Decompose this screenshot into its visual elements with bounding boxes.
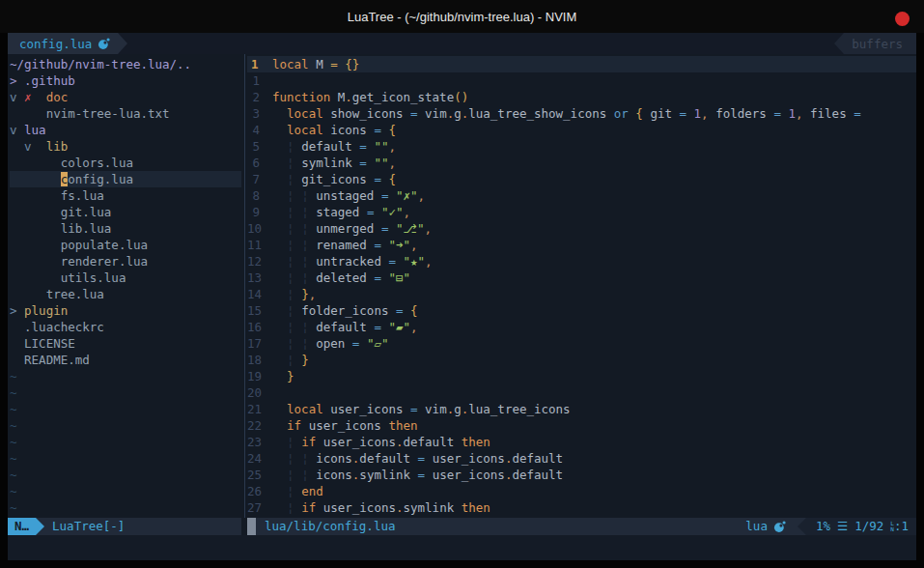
token: ¦ xyxy=(287,287,294,301)
token: ~ xyxy=(10,500,17,515)
line-number: 12 xyxy=(247,253,272,270)
tree-item-luacheckrc[interactable]: .luacheckrc xyxy=(10,319,241,335)
code-line[interactable]: 12 ¦ ¦ untracked = "★", xyxy=(247,253,916,270)
token: v xyxy=(10,123,24,137)
code-line[interactable]: 3 local show_icons = vim.g.lua_tree_show… xyxy=(247,105,916,122)
token xyxy=(10,270,61,285)
code-line[interactable]: 20 xyxy=(247,384,916,401)
token: ~ xyxy=(10,418,17,433)
code-line[interactable]: 18 ¦ } xyxy=(247,352,916,368)
code-line[interactable]: 6 ¦ symlink = "", xyxy=(247,155,916,171)
tree-item-colors-lua[interactable]: colors.lua xyxy=(10,155,241,171)
tree-item-doc[interactable]: v ✗ doc xyxy=(10,89,241,105)
token: default xyxy=(359,451,417,466)
code-line[interactable]: 2function M.get_icon_state() xyxy=(247,89,916,105)
window-title: LuaTree - (~/github/nvim-tree.lua) - NVI… xyxy=(348,10,577,24)
tree-root[interactable]: ~/github/nvim-tree.lua/.. xyxy=(10,56,241,72)
code-line[interactable]: 21 local user_icons = vim.g.lua_tree_ico… xyxy=(247,401,916,417)
line-number: 7 xyxy=(247,171,272,187)
line-number: 19 xyxy=(247,368,272,384)
token: , xyxy=(425,254,433,269)
token: default xyxy=(512,468,563,482)
empty-line-tilde: ~ xyxy=(10,483,241,499)
token: , xyxy=(410,238,418,252)
token xyxy=(294,287,302,301)
code-line[interactable]: 5 ¦ default = "", xyxy=(247,138,916,155)
buffers-chevron-icon xyxy=(834,33,844,54)
line-number: 4 xyxy=(247,122,272,138)
tree-item-utils-lua[interactable]: utils.lua xyxy=(10,270,241,286)
lua-icon xyxy=(773,521,786,533)
line-number: 2 xyxy=(247,89,272,105)
tab-config-lua[interactable]: config.lua xyxy=(8,33,118,54)
code-line[interactable]: 7 ¦ git_icons = { xyxy=(247,171,916,187)
code-line[interactable]: 16 ¦ ¦ default = "▰", xyxy=(247,319,916,335)
token: folders xyxy=(715,106,773,121)
token xyxy=(272,139,287,154)
tree-item-lib-lua[interactable]: lib.lua xyxy=(10,220,241,237)
code-line[interactable]: 24 ¦ ¦ icons.default = user_icons.defaul… xyxy=(247,450,916,467)
code-line[interactable]: 1 xyxy=(247,72,916,89)
window-separator[interactable] xyxy=(244,54,245,518)
code-line[interactable]: 19 } xyxy=(247,368,916,384)
token: vim xyxy=(425,106,447,121)
tree-item-git-lua[interactable]: git.lua xyxy=(10,204,241,220)
code-line[interactable]: 27 ¦ if user_icons.symlink then xyxy=(247,499,916,516)
code-line[interactable]: 15 ¦ folder_icons = { xyxy=(247,302,916,319)
token xyxy=(272,205,287,219)
tree-item-tree-lua[interactable]: tree.lua xyxy=(10,286,241,302)
token: icons xyxy=(316,451,352,466)
code-line[interactable]: 1local M = {} xyxy=(247,56,916,72)
code-line[interactable]: 26 ¦ end xyxy=(247,483,916,499)
tree-item-license[interactable]: LICENSE xyxy=(10,335,241,352)
token xyxy=(10,106,46,121)
token: ¦ xyxy=(287,500,294,515)
code-line[interactable]: 4 local icons = { xyxy=(247,122,916,138)
buffers-label[interactable]: buffers xyxy=(844,33,916,54)
code-line[interactable]: 11 ¦ ¦ renamed = "➜", xyxy=(247,237,916,253)
token: ¦ xyxy=(287,336,294,351)
empty-line-tilde: ~ xyxy=(10,417,241,434)
close-button[interactable] xyxy=(895,12,910,26)
code-line[interactable]: 22 if user_icons then xyxy=(247,417,916,434)
tree-item-github[interactable]: > .github xyxy=(10,72,241,89)
token: ¦ xyxy=(287,238,294,252)
token: ¦ xyxy=(301,221,309,236)
tree-item-lib[interactable]: v lib xyxy=(10,138,241,155)
token: { xyxy=(388,172,396,186)
token: open xyxy=(316,336,352,351)
tree-item-readme[interactable]: README.md xyxy=(10,352,241,368)
token: = xyxy=(418,468,433,482)
code-line[interactable]: 8 ¦ ¦ unstaged = "✗", xyxy=(247,187,916,204)
token xyxy=(272,172,287,186)
token: then xyxy=(388,418,417,433)
token: "" xyxy=(374,139,388,154)
token: "▰" xyxy=(388,320,410,334)
token xyxy=(272,435,287,449)
tree-item-nvim-tree-lua-txt[interactable]: nvim-tree-lua.txt xyxy=(10,105,241,122)
token xyxy=(272,418,287,433)
tree-item-lua[interactable]: v lua xyxy=(10,122,241,138)
tree-item-fs-lua[interactable]: fs.lua xyxy=(10,187,241,204)
code-line[interactable]: 23 ¦ if user_icons.default then xyxy=(247,434,916,450)
code-line[interactable]: 10 ¦ ¦ unmerged = "⎇", xyxy=(247,220,916,237)
tree-item-config-lua[interactable]: config.lua xyxy=(10,171,241,187)
tree-item-populate-lua[interactable]: populate.lua xyxy=(10,237,241,253)
token: = xyxy=(381,221,396,236)
tree-item-plugin[interactable]: > plugin xyxy=(10,302,241,319)
token: { xyxy=(410,303,418,318)
token xyxy=(272,106,287,121)
command-line[interactable] xyxy=(8,535,916,560)
code-line[interactable]: 9 ¦ ¦ staged = "✓", xyxy=(247,204,916,220)
token: ~ xyxy=(10,435,17,449)
token: > xyxy=(10,303,24,318)
code-line[interactable]: 25 ¦ ¦ icons.symlink = user_icons.defaul… xyxy=(247,467,916,483)
token xyxy=(294,221,302,236)
token: = xyxy=(374,238,388,252)
code-line[interactable]: 13 ¦ ¦ deleted = "⊟" xyxy=(247,270,916,286)
token: , xyxy=(424,221,432,236)
tree-item-renderer-lua[interactable]: renderer.lua xyxy=(10,253,241,270)
code-line[interactable]: 17 ¦ ¦ open = "▱" xyxy=(247,335,916,352)
token: ¦ xyxy=(287,172,294,186)
code-line[interactable]: 14 ¦ }, xyxy=(247,286,916,302)
